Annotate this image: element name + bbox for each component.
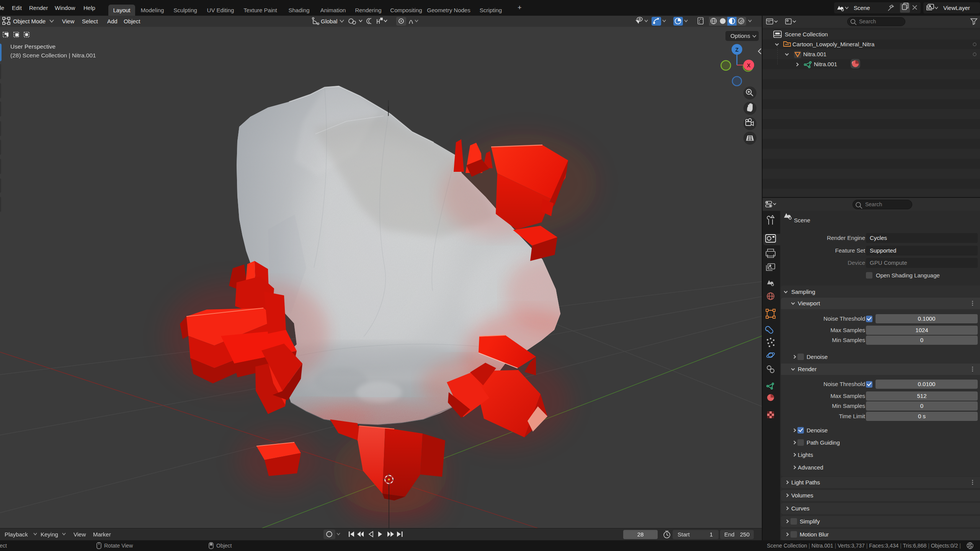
svg-text:1: 1: [710, 531, 713, 538]
svg-text:User Perspective: User Perspective: [10, 43, 56, 50]
svg-text:(28) Scene Collection | Nitra.: (28) Scene Collection | Nitra.001: [10, 52, 96, 59]
svg-text:Start: Start: [678, 531, 690, 538]
svg-text:X: X: [747, 62, 751, 68]
svg-text:Z: Z: [735, 47, 739, 53]
svg-text:End: End: [724, 531, 735, 538]
svg-text:28: 28: [637, 531, 644, 538]
svg-text:Options: Options: [730, 33, 750, 39]
svg-text:250: 250: [740, 531, 750, 538]
